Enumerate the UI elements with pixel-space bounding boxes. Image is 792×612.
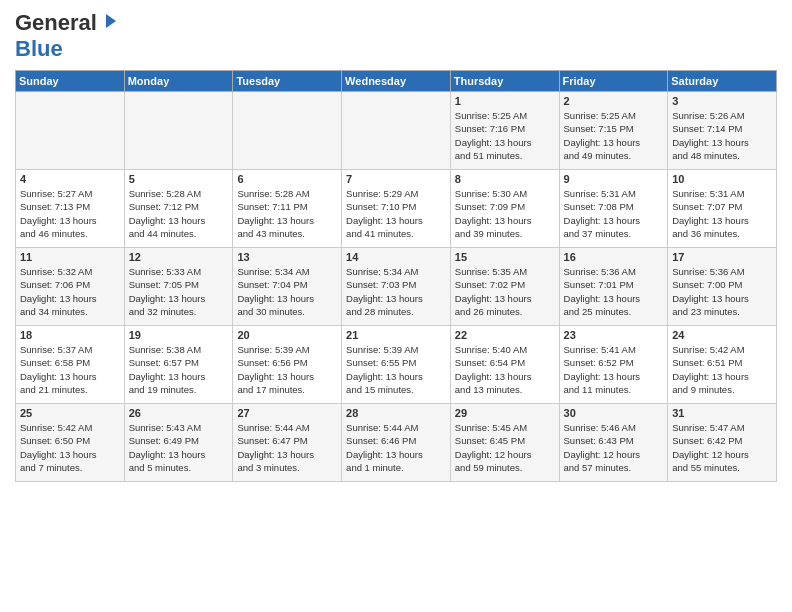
calendar-cell: 1Sunrise: 5:25 AM Sunset: 7:16 PM Daylig… (450, 92, 559, 170)
calendar-cell (233, 92, 342, 170)
day-number: 6 (237, 173, 337, 185)
day-number: 25 (20, 407, 120, 419)
day-number: 14 (346, 251, 446, 263)
day-number: 11 (20, 251, 120, 263)
day-number: 30 (564, 407, 664, 419)
calendar-table: SundayMondayTuesdayWednesdayThursdayFrid… (15, 70, 777, 482)
calendar-cell: 29Sunrise: 5:45 AM Sunset: 6:45 PM Dayli… (450, 404, 559, 482)
logo-blue: Blue (15, 36, 63, 61)
calendar-cell: 18Sunrise: 5:37 AM Sunset: 6:58 PM Dayli… (16, 326, 125, 404)
calendar-cell: 30Sunrise: 5:46 AM Sunset: 6:43 PM Dayli… (559, 404, 668, 482)
day-number: 22 (455, 329, 555, 341)
weekday-header-thursday: Thursday (450, 71, 559, 92)
day-info: Sunrise: 5:44 AM Sunset: 6:47 PM Dayligh… (237, 421, 337, 474)
calendar-cell: 8Sunrise: 5:30 AM Sunset: 7:09 PM Daylig… (450, 170, 559, 248)
day-number: 3 (672, 95, 772, 107)
weekday-header-sunday: Sunday (16, 71, 125, 92)
day-number: 18 (20, 329, 120, 341)
calendar-cell: 13Sunrise: 5:34 AM Sunset: 7:04 PM Dayli… (233, 248, 342, 326)
day-info: Sunrise: 5:46 AM Sunset: 6:43 PM Dayligh… (564, 421, 664, 474)
day-number: 28 (346, 407, 446, 419)
calendar-cell: 26Sunrise: 5:43 AM Sunset: 6:49 PM Dayli… (124, 404, 233, 482)
day-number: 13 (237, 251, 337, 263)
day-number: 17 (672, 251, 772, 263)
logo: General Blue (15, 10, 120, 62)
calendar-cell: 9Sunrise: 5:31 AM Sunset: 7:08 PM Daylig… (559, 170, 668, 248)
day-info: Sunrise: 5:27 AM Sunset: 7:13 PM Dayligh… (20, 187, 120, 240)
day-number: 31 (672, 407, 772, 419)
weekday-header-tuesday: Tuesday (233, 71, 342, 92)
calendar-cell: 19Sunrise: 5:38 AM Sunset: 6:57 PM Dayli… (124, 326, 233, 404)
page-container: General Blue SundayMondayTuesdayWednesda… (0, 0, 792, 487)
calendar-cell: 17Sunrise: 5:36 AM Sunset: 7:00 PM Dayli… (668, 248, 777, 326)
day-info: Sunrise: 5:30 AM Sunset: 7:09 PM Dayligh… (455, 187, 555, 240)
day-number: 8 (455, 173, 555, 185)
calendar-cell: 5Sunrise: 5:28 AM Sunset: 7:12 PM Daylig… (124, 170, 233, 248)
day-number: 7 (346, 173, 446, 185)
day-info: Sunrise: 5:42 AM Sunset: 6:51 PM Dayligh… (672, 343, 772, 396)
calendar-cell: 3Sunrise: 5:26 AM Sunset: 7:14 PM Daylig… (668, 92, 777, 170)
day-info: Sunrise: 5:42 AM Sunset: 6:50 PM Dayligh… (20, 421, 120, 474)
day-info: Sunrise: 5:39 AM Sunset: 6:55 PM Dayligh… (346, 343, 446, 396)
calendar-cell: 11Sunrise: 5:32 AM Sunset: 7:06 PM Dayli… (16, 248, 125, 326)
week-row-2: 4Sunrise: 5:27 AM Sunset: 7:13 PM Daylig… (16, 170, 777, 248)
weekday-header-saturday: Saturday (668, 71, 777, 92)
day-info: Sunrise: 5:36 AM Sunset: 7:01 PM Dayligh… (564, 265, 664, 318)
day-info: Sunrise: 5:28 AM Sunset: 7:11 PM Dayligh… (237, 187, 337, 240)
logo-arrow-icon (102, 12, 120, 34)
week-row-3: 11Sunrise: 5:32 AM Sunset: 7:06 PM Dayli… (16, 248, 777, 326)
day-info: Sunrise: 5:29 AM Sunset: 7:10 PM Dayligh… (346, 187, 446, 240)
day-info: Sunrise: 5:34 AM Sunset: 7:03 PM Dayligh… (346, 265, 446, 318)
calendar-cell: 22Sunrise: 5:40 AM Sunset: 6:54 PM Dayli… (450, 326, 559, 404)
week-row-5: 25Sunrise: 5:42 AM Sunset: 6:50 PM Dayli… (16, 404, 777, 482)
day-info: Sunrise: 5:44 AM Sunset: 6:46 PM Dayligh… (346, 421, 446, 474)
calendar-cell: 21Sunrise: 5:39 AM Sunset: 6:55 PM Dayli… (342, 326, 451, 404)
calendar-cell: 23Sunrise: 5:41 AM Sunset: 6:52 PM Dayli… (559, 326, 668, 404)
calendar-cell: 20Sunrise: 5:39 AM Sunset: 6:56 PM Dayli… (233, 326, 342, 404)
day-number: 21 (346, 329, 446, 341)
day-number: 27 (237, 407, 337, 419)
calendar-cell (342, 92, 451, 170)
day-number: 16 (564, 251, 664, 263)
weekday-header-wednesday: Wednesday (342, 71, 451, 92)
day-number: 26 (129, 407, 229, 419)
day-number: 5 (129, 173, 229, 185)
calendar-cell: 14Sunrise: 5:34 AM Sunset: 7:03 PM Dayli… (342, 248, 451, 326)
day-info: Sunrise: 5:32 AM Sunset: 7:06 PM Dayligh… (20, 265, 120, 318)
calendar-cell: 28Sunrise: 5:44 AM Sunset: 6:46 PM Dayli… (342, 404, 451, 482)
day-info: Sunrise: 5:28 AM Sunset: 7:12 PM Dayligh… (129, 187, 229, 240)
day-info: Sunrise: 5:47 AM Sunset: 6:42 PM Dayligh… (672, 421, 772, 474)
calendar-cell: 24Sunrise: 5:42 AM Sunset: 6:51 PM Dayli… (668, 326, 777, 404)
svg-marker-0 (106, 14, 116, 28)
day-number: 23 (564, 329, 664, 341)
day-info: Sunrise: 5:36 AM Sunset: 7:00 PM Dayligh… (672, 265, 772, 318)
calendar-cell (124, 92, 233, 170)
day-number: 29 (455, 407, 555, 419)
calendar-cell: 25Sunrise: 5:42 AM Sunset: 6:50 PM Dayli… (16, 404, 125, 482)
calendar-cell: 27Sunrise: 5:44 AM Sunset: 6:47 PM Dayli… (233, 404, 342, 482)
day-info: Sunrise: 5:43 AM Sunset: 6:49 PM Dayligh… (129, 421, 229, 474)
day-number: 24 (672, 329, 772, 341)
day-info: Sunrise: 5:25 AM Sunset: 7:15 PM Dayligh… (564, 109, 664, 162)
calendar-cell: 31Sunrise: 5:47 AM Sunset: 6:42 PM Dayli… (668, 404, 777, 482)
day-info: Sunrise: 5:31 AM Sunset: 7:07 PM Dayligh… (672, 187, 772, 240)
weekday-header-friday: Friday (559, 71, 668, 92)
day-number: 1 (455, 95, 555, 107)
day-info: Sunrise: 5:38 AM Sunset: 6:57 PM Dayligh… (129, 343, 229, 396)
day-number: 10 (672, 173, 772, 185)
day-info: Sunrise: 5:39 AM Sunset: 6:56 PM Dayligh… (237, 343, 337, 396)
day-number: 2 (564, 95, 664, 107)
day-info: Sunrise: 5:31 AM Sunset: 7:08 PM Dayligh… (564, 187, 664, 240)
calendar-cell: 2Sunrise: 5:25 AM Sunset: 7:15 PM Daylig… (559, 92, 668, 170)
day-number: 20 (237, 329, 337, 341)
day-info: Sunrise: 5:40 AM Sunset: 6:54 PM Dayligh… (455, 343, 555, 396)
day-info: Sunrise: 5:33 AM Sunset: 7:05 PM Dayligh… (129, 265, 229, 318)
calendar-cell: 16Sunrise: 5:36 AM Sunset: 7:01 PM Dayli… (559, 248, 668, 326)
week-row-4: 18Sunrise: 5:37 AM Sunset: 6:58 PM Dayli… (16, 326, 777, 404)
day-info: Sunrise: 5:45 AM Sunset: 6:45 PM Dayligh… (455, 421, 555, 474)
calendar-cell: 15Sunrise: 5:35 AM Sunset: 7:02 PM Dayli… (450, 248, 559, 326)
day-number: 19 (129, 329, 229, 341)
day-info: Sunrise: 5:35 AM Sunset: 7:02 PM Dayligh… (455, 265, 555, 318)
day-number: 12 (129, 251, 229, 263)
day-info: Sunrise: 5:26 AM Sunset: 7:14 PM Dayligh… (672, 109, 772, 162)
